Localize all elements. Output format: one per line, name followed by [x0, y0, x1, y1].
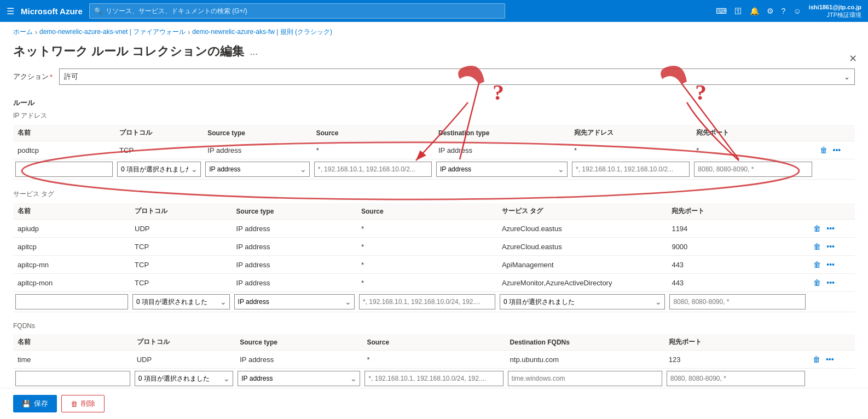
delete-label: 削除 [81, 399, 95, 409]
fq-row-dest-port-0: 123 [664, 351, 807, 369]
ip-input-protocol[interactable]: 0 項目が選択されました [117, 162, 201, 177]
breadcrumb-home[interactable]: ホーム [13, 27, 33, 37]
st-row-source-type-3: IP address [232, 274, 357, 292]
service-tag-table: 名前 プロトコル Source type Source サービス タグ 宛先ポー… [13, 203, 855, 312]
st-input-source-type[interactable]: IP address [234, 294, 355, 309]
st-input-row: 0 項目が選択されました IP address 0 項目が選択されました [13, 292, 855, 312]
ip-input-dest-type-wrapper: IP address [436, 162, 568, 177]
ip-input-actions-cell [814, 159, 855, 180]
st-more-button-2[interactable]: ••• [825, 259, 836, 270]
bell-icon[interactable]: 🔔 [750, 7, 759, 15]
st-more-button-1[interactable]: ••• [825, 241, 836, 252]
fq-col-dest-fqdns: Destination FQDNs [506, 334, 664, 351]
ip-input-dest-port[interactable] [694, 162, 812, 177]
ip-col-name: 名前 [13, 125, 115, 141]
st-delete-button-2[interactable]: 🗑 [812, 259, 822, 270]
fq-more-button-0[interactable]: ••• [825, 354, 835, 365]
save-label: 保存 [34, 399, 48, 409]
main-content: ホーム › demo-newrelic-azure-aks-vnet | ファイ… [0, 22, 868, 419]
st-col-source-type: Source type [232, 203, 357, 220]
fqdns-section-header: FQDNs [13, 321, 855, 334]
fq-input-dest-fqdns[interactable] [508, 371, 662, 386]
ip-table-row: podtcp TCP IP address * IP address * * 🗑… [13, 141, 855, 159]
ip-input-protocol-cell: 0 項目が選択されました [115, 159, 203, 180]
ip-row-dest-type: IP address [434, 141, 570, 159]
fq-input-dest-port[interactable] [667, 371, 805, 386]
close-button[interactable]: ✕ [849, 53, 857, 65]
user-info[interactable]: ishi1861@jtp.co.jp JTP検証環境 [809, 3, 861, 19]
action-dropdown[interactable]: 許可 ⌄ [59, 68, 855, 85]
st-more-button-0[interactable]: ••• [825, 223, 836, 234]
st-row-name-2: apitcp-mn [13, 256, 130, 274]
fq-input-protocol[interactable]: 0 項目が選択されました [135, 371, 234, 386]
fq-delete-button-0[interactable]: 🗑 [812, 354, 821, 365]
save-button[interactable]: 💾 保存 [13, 395, 57, 412]
st-row-name-1: apitcp [13, 238, 130, 256]
scrollable-content[interactable]: アクション * 許可 ⌄ ルール IP アドレス 名前 プロトコル Source… [0, 68, 868, 408]
help-icon[interactable]: ? [782, 7, 786, 15]
title-more-options[interactable]: ... [250, 46, 258, 58]
fq-row-actions-0: 🗑 ••• [807, 351, 855, 369]
ip-address-table: 名前 プロトコル Source type Source Destination … [13, 125, 855, 180]
st-col-name: 名前 [13, 203, 130, 220]
st-row-dest-port-0: 1194 [667, 220, 808, 238]
search-placeholder-text: リソース、サービス、ドキュメントの検索 (G+/) [106, 7, 247, 16]
bottom-bar: 💾 保存 🗑 削除 [0, 388, 868, 419]
settings-icon[interactable]: ⚙ [767, 7, 774, 15]
st-row-source-type-2: IP address [232, 256, 357, 274]
fq-row-dest-fqdns-0: ntp.ubuntu.com [506, 351, 664, 369]
breadcrumb-fw[interactable]: demo-newrelic-azure-aks-fw | 規則 (クラシック) [192, 27, 332, 37]
hamburger-icon[interactable]: ☰ [7, 6, 14, 16]
ip-delete-button[interactable]: 🗑 [819, 145, 829, 156]
ip-input-dest-type-cell: IP address [434, 159, 570, 180]
st-row-actions-3: 🗑 ••• [808, 274, 855, 292]
feedback-icon[interactable]: ☺ [793, 7, 801, 15]
fq-row-protocol-0: UDP [132, 351, 236, 369]
ip-more-button[interactable]: ••• [832, 145, 842, 156]
ip-input-source-type[interactable]: IP address [205, 162, 309, 177]
st-row-dest-port-1: 9000 [667, 238, 808, 256]
fq-col-source-type: Source type [235, 334, 362, 351]
ip-row-protocol: TCP [115, 141, 203, 159]
fq-input-source-type[interactable]: IP address [238, 371, 360, 386]
cloud-shell-icon[interactable]: ⌨ [716, 7, 727, 15]
st-row-source-1: * [357, 238, 497, 256]
st-table-row: apitcp TCP IP address * AzureCloud.eastu… [13, 238, 855, 256]
fq-input-name[interactable] [15, 371, 130, 386]
st-delete-button-0[interactable]: 🗑 [812, 223, 822, 234]
st-row-protocol-0: UDP [130, 220, 232, 238]
st-input-name[interactable] [15, 294, 128, 309]
ip-row-dest-port: * [692, 141, 814, 159]
st-input-service-tag[interactable]: 0 項目が選択されました [500, 294, 666, 309]
dropdown-chevron-icon: ⌄ [844, 73, 850, 81]
st-row-actions-2: 🗑 ••• [808, 256, 855, 274]
breadcrumb-vnet[interactable]: demo-newrelic-azure-aks-vnet | ファイアウォール [39, 27, 186, 37]
ip-input-source[interactable] [314, 162, 432, 177]
fq-col-name: 名前 [13, 334, 132, 351]
fqdns-table: 名前 プロトコル Source type Source Destination … [13, 334, 855, 389]
ip-input-dest-addr[interactable] [572, 162, 690, 177]
azure-logo: Microsoft Azure [21, 7, 83, 16]
search-bar[interactable]: 🔍 リソース、サービス、ドキュメントの検索 (G+/) [89, 3, 505, 19]
st-col-source: Source [357, 203, 497, 220]
rules-section-header: ルール [13, 94, 855, 110]
ip-input-name[interactable] [15, 162, 113, 177]
st-row-source-type-1: IP address [232, 238, 357, 256]
st-col-protocol: プロトコル [130, 203, 232, 220]
ip-col-protocol: プロトコル [115, 125, 203, 141]
st-delete-button-1[interactable]: 🗑 [812, 241, 822, 252]
ip-row-source-type: IP address [203, 141, 311, 159]
st-delete-button-3[interactable]: 🗑 [812, 277, 822, 288]
fq-col-actions [807, 334, 855, 351]
fq-input-source[interactable] [364, 371, 503, 386]
ip-input-dest-type[interactable]: IP address [436, 162, 568, 177]
st-input-protocol[interactable]: 0 項目が選択されました [132, 294, 230, 309]
st-input-source[interactable] [359, 294, 495, 309]
st-input-dest-port[interactable] [669, 294, 806, 309]
delete-icon: 🗑 [71, 400, 78, 408]
st-row-dest-port-2: 443 [667, 256, 808, 274]
st-more-button-3[interactable]: ••• [825, 277, 836, 288]
notifications-icon[interactable]: ⚿ [734, 7, 742, 15]
delete-button[interactable]: 🗑 削除 [61, 395, 105, 412]
page-title-bar: ネットワーク ルール コレクションの編集 ... ✕ [0, 40, 868, 68]
